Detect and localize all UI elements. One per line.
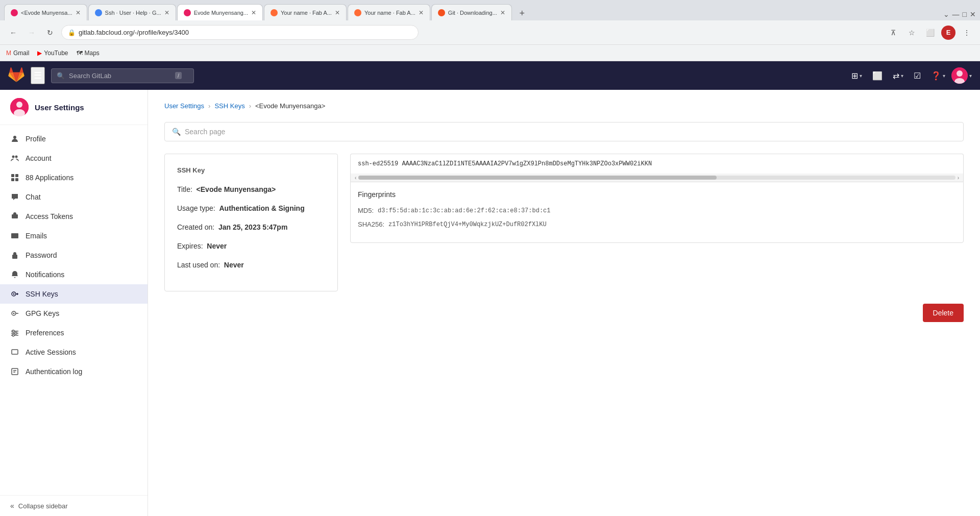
sidebar-item-gpg-keys[interactable]: GPG Keys [0,304,148,323]
ssh-key-scrollbar[interactable]: ‹ › [350,174,964,182]
user-menu-button[interactable]: ▾ [951,67,972,84]
share-button[interactable]: ⊼ [886,26,900,40]
ssh-key-lastused-label: Last used on: [177,261,220,269]
sidebar-item-ssh-keys[interactable]: SSH Keys [0,284,148,304]
sidebar-item-notifications[interactable]: Notifications [0,265,148,284]
tab-4-close[interactable]: ✕ [335,9,340,16]
svg-point-19 [13,313,15,314]
close-window-button[interactable]: ✕ [970,10,976,18]
svg-point-6 [13,136,16,139]
search-input[interactable] [69,72,171,80]
tab-5-title: Your name · Fab A... [364,10,415,16]
gitlab-logo[interactable] [8,67,24,84]
scrollbar-thumb[interactable] [358,176,717,180]
help-button[interactable]: ❓ ▾ [927,68,949,84]
search-page-icon: 🔍 [172,128,181,136]
ssh-key-expires-field: Expires: Never [177,241,325,252]
svg-point-17 [13,293,15,295]
collapse-sidebar-button[interactable]: « Collapse sidebar [0,495,148,516]
bookmark-button[interactable]: ☆ [904,26,919,40]
sidebar-item-password[interactable]: Password [0,245,148,265]
breadcrumb-sep-2: › [249,102,251,110]
sidebar-toggle-button[interactable]: ☰ [31,67,45,84]
active-sessions-icon [10,348,19,357]
tab-overflow-button[interactable]: ⌄ [943,10,949,18]
sidebar-toggle-button[interactable]: ⬜ [923,26,937,40]
search-page-bar[interactable]: 🔍 [164,122,964,141]
sidebar: User Settings Profile [0,90,148,516]
browser-tab-1[interactable]: <Evode Munyensa... ✕ [4,4,87,20]
scroll-left-button[interactable]: ‹ [353,175,358,181]
forward-button[interactable]: → [24,26,39,40]
ssh-key-right-panel: ssh-ed25519 AAAAC3NzaC1lZDI1NTE5AAAAIA2P… [350,154,964,243]
search-page-input[interactable] [185,128,956,136]
maps-icon: 🗺 [77,50,83,57]
md5-fingerprint-row: MD5: d3:f5:5d:ab:1c:3c:ab:ad:6e:2f:62:ca… [358,207,956,214]
sidebar-item-active-sessions[interactable]: Active Sessions [0,342,148,362]
new-tab-button[interactable]: + [515,6,529,20]
sidebar-item-emails[interactable]: Emails [0,226,148,245]
bookmark-youtube[interactable]: ▶ YouTube [37,50,68,57]
svg-point-24 [15,332,17,334]
sidebar-item-auth-log[interactable]: Authentication log [0,362,148,381]
search-bar[interactable]: 🔍 / [51,68,194,83]
scroll-right-button[interactable]: › [955,175,961,181]
ssh-key-usage-label: Usage type: [177,204,215,212]
user-avatar-icon [10,98,29,116]
address-bar[interactable]: 🔒 gitlab.fabcloud.org/-/profile/keys/340… [61,25,419,40]
chrome-menu-button[interactable]: ⋮ [960,26,974,40]
tab-6-close[interactable]: ✕ [500,9,505,16]
delete-button[interactable]: Delete [923,304,964,322]
sidebar-item-applications[interactable]: 88 Applications [0,168,148,187]
checkbox-icon: ☑ [914,71,921,81]
merge-requests-button[interactable]: ⇄ ▾ [889,68,908,84]
browser-tab-6[interactable]: Git · Downloading... ✕ [431,4,512,20]
fingerprints-box: Fingerprints MD5: d3:f5:5d:ab:1c:3c:ab:a… [350,182,964,243]
refresh-button[interactable]: ↻ [43,26,57,40]
browser-navbar: ← → ↻ 🔒 gitlab.fabcloud.org/-/profile/ke… [0,20,980,45]
minimize-button[interactable]: — [952,10,960,18]
sha256-value: z1To3hYH1PRBfetQjV4+My0WqkzjkUZ+DufR02fX… [388,221,547,228]
tab-3-close[interactable]: ✕ [251,9,256,16]
tab-4-title: Your name · Fab A... [281,10,332,16]
sidebar-item-account[interactable]: Account [0,149,148,168]
chat-icon [10,192,19,202]
sidebar-item-chat[interactable]: Chat [0,187,148,207]
browser-tab-5[interactable]: Your name · Fab A... ✕ [348,4,430,20]
password-icon [10,251,19,260]
bookmark-maps[interactable]: 🗺 Maps [77,50,100,57]
todos-button[interactable]: ☑ [910,68,925,84]
browser-tab-3[interactable]: Evode Munyensang... ✕ [177,4,263,20]
tab-1-favicon [11,9,18,16]
sidebar-title: User Settings [35,103,84,112]
bookmark-youtube-label: YouTube [44,50,68,57]
back-button[interactable]: ← [6,26,20,40]
youtube-icon: ▶ [37,50,42,57]
sidebar-item-preferences[interactable]: Preferences [0,323,148,342]
breadcrumb-user-settings[interactable]: User Settings [164,102,204,110]
sidebar-item-access-tokens[interactable]: Access Tokens [0,207,148,226]
tab-2-close[interactable]: ✕ [164,9,169,16]
sidebar-item-profile[interactable]: Profile [0,129,148,149]
breadcrumb-sep-1: › [208,102,210,110]
bookmark-gmail[interactable]: M Gmail [6,50,29,57]
maximize-button[interactable]: □ [963,10,967,18]
notifications-icon [10,270,19,279]
scrollbar-track[interactable] [358,176,955,180]
tab-5-close[interactable]: ✕ [419,9,424,16]
browser-tab-4[interactable]: Your name · Fab A... ✕ [264,4,347,20]
tab-1-close[interactable]: ✕ [76,9,81,16]
svg-rect-11 [11,178,14,181]
browser-tab-2[interactable]: Ssh · User · Help · G... ✕ [88,4,176,20]
ssh-key-created-value: Jan 25, 2023 5:47pm [218,223,287,231]
user-menu-dropdown-arrow: ▾ [969,73,972,79]
ssh-key-layout: SSH Key Title: <Evode Munyensanga> Usage… [164,154,964,291]
app-body: User Settings Profile [0,90,980,516]
user-profile-button[interactable]: E [941,26,955,40]
breadcrumb-ssh-keys[interactable]: SSH Keys [214,102,244,110]
svg-point-4 [16,102,22,108]
sidebar-item-profile-label: Profile [26,135,46,143]
issues-button[interactable]: ⬜ [868,68,887,84]
sidebar-item-active-sessions-label: Active Sessions [26,348,76,356]
create-new-button[interactable]: ⊞ ▾ [847,68,866,84]
